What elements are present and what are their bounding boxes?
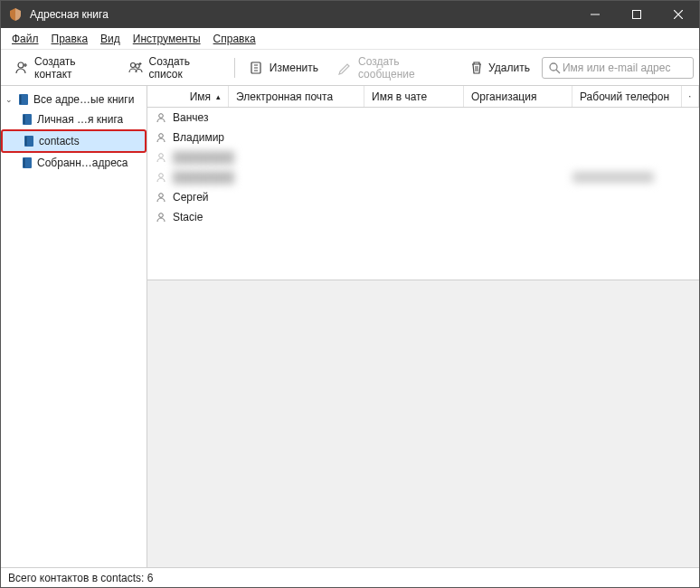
- address-book-window: Адресная книга Файл Правка Вид Инструмен…: [0, 0, 700, 588]
- sidebar-item-label: contacts: [39, 135, 80, 147]
- svg-point-3: [136, 63, 139, 67]
- toolbar: Создать контакт Создать список Изменить …: [1, 50, 699, 86]
- search-input[interactable]: [561, 61, 687, 75]
- titlebar: Адресная книга: [1, 1, 699, 28]
- toolbar-separator: [234, 58, 235, 78]
- delete-label: Удалить: [488, 62, 530, 74]
- contact-name: Владимир: [173, 131, 224, 144]
- svg-point-19: [159, 194, 164, 198]
- col-org-label: Организация: [471, 90, 536, 103]
- menubar: Файл Правка Вид Инструменты Справка: [1, 28, 699, 50]
- svg-point-20: [159, 213, 164, 218]
- minimize-button[interactable]: [574, 1, 616, 28]
- col-email[interactable]: Электронная почта: [229, 86, 364, 107]
- contact-icon: [155, 191, 167, 204]
- status-text: Всего контактов в contacts: 6: [8, 572, 153, 584]
- new-list-icon: [128, 61, 143, 75]
- new-list-button[interactable]: Создать список: [120, 50, 227, 86]
- svg-rect-14: [689, 96, 691, 98]
- addressbook-icon: [23, 135, 35, 147]
- menu-edit[interactable]: Правка: [46, 30, 94, 48]
- svg-point-18: [159, 174, 164, 178]
- addressbook-icon: [17, 93, 30, 106]
- contact-row[interactable]: ████████: [147, 147, 699, 167]
- contact-row[interactable]: ████████: [147, 167, 699, 187]
- contact-phone-blurred: [572, 172, 654, 183]
- contact-row[interactable]: Ванчез: [147, 108, 699, 128]
- svg-rect-13: [24, 158, 25, 167]
- svg-rect-0: [633, 11, 641, 19]
- contact-name: Сергей: [173, 191, 209, 204]
- menu-view[interactable]: Вид: [95, 30, 126, 48]
- sidebar-item-contacts[interactable]: contacts: [1, 129, 147, 153]
- svg-point-2: [131, 62, 136, 67]
- app-icon: [8, 7, 23, 22]
- edit-icon: [250, 61, 264, 75]
- compose-label: Создать сообщение: [358, 55, 450, 81]
- sidebar-item-label: Собранн…адреса: [37, 156, 128, 169]
- sidebar: ⌄ Все адре…ые книги Личная …я книга cont…: [1, 86, 147, 567]
- search-icon: [548, 62, 561, 74]
- new-list-label: Создать список: [148, 55, 219, 81]
- edit-button[interactable]: Изменить: [241, 55, 326, 81]
- delete-icon: [470, 61, 483, 75]
- new-contact-label: Создать контакт: [34, 55, 109, 81]
- sidebar-item-collected[interactable]: Собранн…адреса: [1, 153, 147, 173]
- contact-name: ████████: [173, 171, 234, 184]
- contact-row[interactable]: Сергей: [147, 187, 699, 207]
- sidebar-item-personal[interactable]: Личная …я книга: [1, 109, 147, 129]
- col-phone-label: Рабочий телефон: [580, 90, 669, 103]
- col-phone[interactable]: Рабочий телефон: [572, 86, 681, 107]
- search-box[interactable]: [542, 57, 694, 79]
- new-contact-icon: [14, 61, 29, 75]
- close-button[interactable]: [657, 1, 699, 28]
- menu-file[interactable]: Файл: [6, 30, 44, 48]
- col-name-label: Имя: [190, 90, 211, 103]
- col-name[interactable]: Имя ▴: [147, 86, 229, 107]
- delete-button[interactable]: Удалить: [462, 55, 538, 81]
- contact-icon: [155, 131, 167, 144]
- contact-icon: [155, 211, 167, 223]
- menu-tools[interactable]: Инструменты: [128, 30, 206, 48]
- addressbook-icon: [21, 113, 33, 126]
- svg-point-1: [18, 62, 24, 68]
- contact-name: Stacie: [173, 211, 203, 223]
- svg-rect-9: [24, 115, 25, 124]
- edit-label: Изменить: [270, 62, 318, 74]
- column-picker[interactable]: [681, 86, 699, 107]
- statusbar: Всего контактов в contacts: 6: [1, 567, 699, 587]
- svg-rect-7: [20, 95, 22, 104]
- contact-row[interactable]: Stacie: [147, 207, 699, 227]
- sort-asc-icon: ▴: [216, 92, 221, 101]
- contact-name: Ванчез: [173, 111, 208, 124]
- column-picker-icon: [689, 91, 691, 102]
- window-title: Адресная книга: [30, 8, 574, 21]
- compose-icon: [338, 61, 353, 75]
- contact-icon: [155, 151, 167, 164]
- column-headers: Имя ▴ Электронная почта Имя в чате Орган…: [147, 86, 699, 108]
- contact-icon: [155, 111, 167, 124]
- contact-row[interactable]: Владимир: [147, 128, 699, 147]
- contact-name: ████████: [173, 151, 234, 164]
- menu-help[interactable]: Справка: [208, 30, 261, 48]
- svg-point-15: [159, 114, 164, 119]
- maximize-button[interactable]: [616, 1, 657, 28]
- content-area: ⌄ Все адре…ые книги Личная …я книга cont…: [1, 86, 699, 567]
- svg-rect-11: [25, 137, 27, 146]
- new-contact-button[interactable]: Создать контакт: [6, 50, 117, 86]
- svg-point-16: [159, 134, 164, 138]
- sidebar-item-label: Личная …я книга: [37, 113, 123, 126]
- tree-root-label: Все адре…ые книги: [33, 93, 134, 106]
- main-panel: Имя ▴ Электронная почта Имя в чате Орган…: [147, 86, 699, 567]
- col-org[interactable]: Организация: [464, 86, 572, 107]
- tree-root[interactable]: ⌄ Все адре…ые книги: [1, 90, 147, 109]
- addressbook-icon: [21, 156, 33, 169]
- svg-point-17: [159, 154, 164, 158]
- contact-icon: [155, 171, 167, 184]
- col-chat[interactable]: Имя в чате: [364, 86, 464, 107]
- compose-button: Создать сообщение: [330, 50, 459, 86]
- svg-point-5: [550, 63, 557, 71]
- contact-rows: Ванчез Владимир ████████ ████████: [147, 108, 699, 280]
- preview-pane: [147, 280, 699, 567]
- col-email-label: Электронная почта: [236, 90, 333, 103]
